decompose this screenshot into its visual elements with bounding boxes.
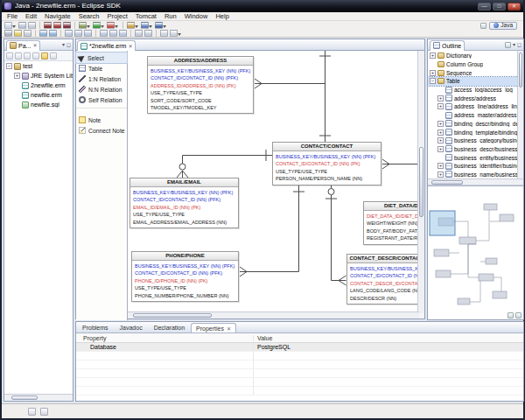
expand-plus-icon[interactable]: + — [438, 172, 444, 178]
back-icon[interactable] — [6, 52, 13, 60]
align-bottom-icon[interactable] — [119, 30, 127, 37]
align-left-icon[interactable] — [65, 30, 73, 37]
scrollbar-thumb[interactable] — [11, 396, 38, 400]
menu-window[interactable]: Window — [181, 12, 212, 20]
open-type-icon[interactable] — [141, 22, 149, 29]
align-top-icon[interactable] — [100, 30, 108, 37]
outline-item[interactable]: +Dictionary — [428, 52, 523, 60]
collapse-all-icon[interactable] — [32, 52, 39, 60]
package-explorer-item[interactable]: +JRE System Libr — [4, 71, 73, 80]
property-column-header[interactable]: Property — [76, 335, 254, 341]
align-center-icon[interactable] — [74, 30, 82, 37]
external-tools-icon[interactable] — [107, 22, 115, 29]
outline-item[interactable]: access_log/access_log — [428, 86, 523, 94]
outline-item[interactable]: +binding_template/binding_t — [428, 128, 523, 136]
print-icon[interactable] — [28, 22, 36, 29]
minimize-view-icon[interactable]: ◻ — [517, 42, 522, 48]
expand-plus-icon[interactable]: + — [438, 103, 444, 109]
cut-icon[interactable] — [4, 30, 12, 37]
java-perspective-button[interactable]: Java — [489, 22, 517, 30]
palette-tool-select[interactable]: Select — [76, 52, 127, 63]
scrollbar-thumb[interactable] — [133, 313, 212, 318]
menu-file[interactable]: File — [4, 12, 21, 20]
package-explorer-item[interactable]: newfile.erm — [4, 90, 73, 100]
new-wizard-icon[interactable] — [4, 22, 12, 29]
er-table[interactable]: CONTACT/CONTACTBUSINESS_KEY/BUSINESS_KEY… — [272, 142, 382, 186]
menu-run[interactable]: Run — [161, 12, 180, 20]
package-explorer-item[interactable]: newfile.sql — [4, 100, 73, 109]
expand-plus-icon[interactable]: + — [430, 52, 436, 59]
outline-item[interactable]: −Table — [428, 77, 523, 86]
collapse-all-icon[interactable] — [505, 42, 511, 48]
expand-plus-icon[interactable]: + — [14, 73, 20, 79]
palette-tool-note[interactable]: Note — [76, 115, 127, 125]
expand-minus-icon[interactable]: − — [6, 63, 12, 69]
palette-tool-table[interactable]: Table — [76, 63, 127, 74]
close-icon[interactable]: ✕ — [32, 42, 37, 49]
expand-plus-icon[interactable]: + — [438, 137, 444, 144]
scrollbar-thumb[interactable] — [431, 180, 463, 185]
outline-item[interactable]: +Sequence — [428, 68, 523, 77]
minimap-zoom-icon[interactable] — [508, 312, 514, 318]
status-icon-2[interactable] — [40, 408, 48, 416]
open-perspective-icon[interactable] — [480, 23, 486, 29]
expand-plus-icon[interactable]: + — [438, 95, 444, 102]
scrollbar-thumb[interactable] — [419, 147, 424, 217]
overview-minimap[interactable] — [428, 186, 523, 319]
package-explorer-tab[interactable]: Pa... ✕ — [6, 40, 40, 51]
outline-item[interactable]: +business_identifier/busines — [428, 162, 523, 171]
horizontal-line-icon[interactable] — [160, 30, 168, 37]
menu-edit[interactable]: Edit — [22, 12, 40, 20]
new-java-project-icon[interactable] — [127, 22, 135, 29]
up-icon[interactable] — [24, 52, 31, 60]
minimize-button[interactable]: — — [478, 3, 491, 10]
package-explorer-item[interactable]: 2newfile.erm — [4, 80, 73, 90]
minimap-settings-icon[interactable] — [515, 312, 522, 318]
package-explorer-hscrollbar[interactable] — [4, 394, 73, 401]
outline-item[interactable]: +business_name/business_n — [428, 171, 523, 178]
align-right-icon[interactable] — [84, 30, 92, 37]
expand-plus-icon[interactable]: + — [438, 130, 444, 136]
property-row[interactable]: DatabasePostgreSQL — [76, 343, 523, 352]
export-dictionary-icon[interactable] — [53, 22, 61, 29]
palette-tool-connect-note[interactable]: Connect Note — [76, 125, 127, 136]
er-table[interactable]: EMAIL/EMAILBUSINESS_KEY/BUSINESS_KEY (NN… — [130, 178, 239, 228]
tab-javadoc[interactable]: Javadoc — [115, 322, 148, 332]
outline-item[interactable]: +business_descr/business_d — [428, 145, 523, 154]
maximize-button[interactable]: □ — [493, 3, 506, 10]
editor-tab[interactable]: *2newfile.erm ✕ — [77, 40, 136, 51]
outline-item[interactable]: address_master/address_m — [428, 111, 523, 120]
close-icon[interactable]: ✕ — [227, 326, 231, 332]
er-table[interactable]: CONTACT_DESCR/CONTACT_DESCRBUSINESS_KEY/… — [346, 254, 419, 304]
tab-problems[interactable]: Problems — [77, 322, 114, 332]
close-button[interactable]: ✕ — [508, 3, 521, 10]
outline-item[interactable]: business_entity/business_e — [428, 153, 523, 162]
menu-project[interactable]: Project — [103, 12, 130, 20]
view-menu-icon[interactable] — [50, 52, 57, 60]
expand-minus-icon[interactable]: − — [430, 78, 436, 84]
outline-vscrollbar[interactable] — [517, 51, 523, 178]
diagram-canvas[interactable]: ADDRESS/ADDRESSBUSINESS_KEY/BUSINESS_KEY… — [128, 51, 419, 313]
er-table[interactable]: PHONE/PHONEBUSINESS_KEY/BUSINESS_KEY (NN… — [131, 251, 239, 302]
zoom-in-icon[interactable] — [39, 30, 47, 37]
save-icon[interactable] — [18, 22, 26, 29]
outline-item[interactable]: +business_category/busines — [428, 136, 523, 145]
close-icon[interactable]: ✕ — [128, 43, 132, 50]
link-with-editor-icon[interactable] — [41, 52, 48, 60]
tab-properties[interactable]: Properties✕ — [191, 323, 236, 332]
forward-icon[interactable] — [15, 52, 22, 60]
expand-plus-icon[interactable]: + — [438, 163, 444, 169]
scrollbar-thumb[interactable] — [519, 52, 522, 88]
editor-hscrollbar[interactable] — [128, 312, 419, 318]
er-table[interactable]: DIET_DATA/DIET_DATADIET_DATA_ID/DIET_DAT… — [363, 201, 419, 245]
outline-item[interactable]: Column Group — [428, 60, 523, 69]
palette-tool-n-n-relation[interactable]: N:N Relation — [76, 84, 127, 94]
expand-plus-icon[interactable]: + — [438, 146, 444, 152]
align-middle-icon[interactable] — [109, 30, 117, 37]
view-menu-icon[interactable]: ▾ — [513, 42, 515, 48]
er-table[interactable]: ADDRESS/ADDRESSBUSINESS_KEY/BUSINESS_KEY… — [147, 56, 254, 114]
expand-plus-icon[interactable]: + — [438, 121, 444, 127]
menu-help[interactable]: Help — [212, 12, 232, 20]
minimize-view-icon[interactable]: ▾ — [62, 42, 65, 48]
next-annotation-icon[interactable] — [24, 30, 32, 37]
